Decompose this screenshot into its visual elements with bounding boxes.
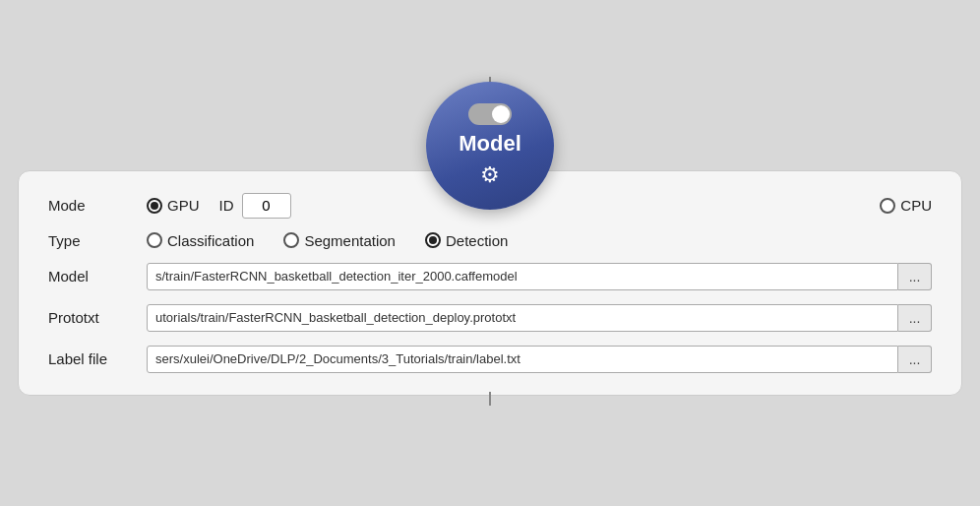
detection-radio-circle[interactable] — [425, 232, 441, 248]
label-file-browse-button[interactable]: ... — [898, 346, 932, 373]
classification-radio-circle[interactable] — [147, 232, 162, 248]
model-node[interactable]: Model ⚙ — [426, 82, 554, 210]
id-group: ID — [219, 193, 291, 219]
gpu-radio-option[interactable]: GPU — [147, 197, 200, 214]
model-file-content: ... — [147, 263, 932, 290]
classification-radio-option[interactable]: Classification — [147, 232, 254, 249]
prototxt-file-content: ... — [147, 304, 932, 332]
main-container: Model ⚙ Mode GPU ID CPU — [18, 170, 962, 396]
label-file-row-label: Label file — [48, 350, 147, 367]
detection-radio-label: Detection — [446, 232, 508, 249]
cpu-radio-circle[interactable] — [880, 198, 895, 214]
prototxt-browse-button[interactable]: ... — [898, 304, 932, 332]
toggle-switch-icon[interactable] — [468, 103, 512, 125]
prototxt-row-label: Prototxt — [48, 309, 147, 326]
label-file-input[interactable] — [147, 346, 898, 373]
model-row: Model ... — [48, 263, 932, 290]
label-file-content: ... — [147, 346, 932, 373]
segmentation-radio-option[interactable]: Segmentation — [283, 232, 396, 249]
type-label: Type — [48, 232, 147, 249]
gpu-radio-label: GPU — [167, 197, 200, 214]
gpu-radio-circle[interactable] — [147, 198, 162, 214]
prototxt-file-input[interactable] — [147, 304, 898, 332]
connector-bottom-line — [489, 392, 491, 406]
classification-radio-label: Classification — [167, 232, 254, 249]
type-row: Type Classification Segmentation Detecti… — [48, 232, 932, 249]
id-label: ID — [219, 197, 234, 214]
id-input[interactable] — [242, 193, 291, 219]
mode-label: Mode — [48, 197, 147, 214]
gear-icon[interactable]: ⚙ — [480, 162, 500, 188]
model-row-label: Model — [48, 268, 147, 285]
cpu-radio-label: CPU — [900, 197, 932, 214]
prototxt-row: Prototxt ... — [48, 304, 932, 332]
node-label: Model — [459, 131, 521, 157]
cpu-radio-option[interactable]: CPU — [880, 197, 932, 214]
detection-radio-option[interactable]: Detection — [425, 232, 508, 249]
model-browse-button[interactable]: ... — [898, 263, 932, 290]
label-file-row: Label file ... — [48, 346, 932, 373]
segmentation-radio-label: Segmentation — [304, 232, 396, 249]
type-options: Classification Segmentation Detection — [147, 232, 932, 249]
model-file-input[interactable] — [147, 263, 898, 290]
segmentation-radio-circle[interactable] — [283, 232, 299, 248]
